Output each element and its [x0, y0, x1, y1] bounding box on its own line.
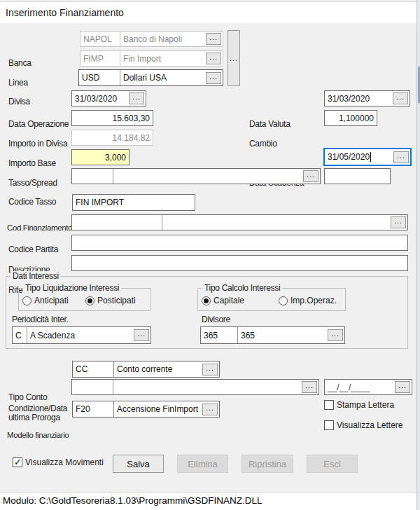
tipo-conto-field[interactable]: CC Conto corrente ...	[72, 361, 220, 378]
periodicita-desc[interactable]: A Scadenza	[27, 331, 134, 340]
field-divider	[113, 380, 113, 394]
visualizza-lettere-checkbox[interactable]: Visualizza Lettere	[324, 420, 403, 430]
checkbox-unchecked-icon	[324, 420, 334, 430]
divisore-label: Divisore	[202, 315, 230, 324]
data-scadenza-value[interactable]: 31/05/2020	[325, 152, 393, 163]
data-scadenza-browse-button[interactable]: ...	[393, 151, 409, 163]
data-operazione-browse-button[interactable]: ...	[129, 92, 144, 104]
radio-imp-operaz-label: Imp.Operaz.	[290, 296, 337, 305]
periodicita-label: Periodicità Inter.	[12, 315, 69, 324]
divisore-field[interactable]: 365 365 ...	[200, 326, 345, 344]
background-window-scrollbar	[416, 0, 420, 510]
divisa-browse-button[interactable]: ...	[206, 72, 221, 84]
salva-button[interactable]: Salva	[113, 455, 164, 473]
importo-in-divisa-field[interactable]: 15.603,30	[71, 110, 153, 126]
periodicita-browse-button[interactable]: ...	[134, 329, 149, 341]
importo-in-divisa-label: Importo in Divisa	[8, 139, 67, 149]
importo-in-divisa-value[interactable]: 15.603,30	[72, 113, 153, 123]
condizione-label-line1: Condizione/Data	[8, 404, 67, 413]
divisa-desc[interactable]: Dollari USA	[120, 73, 206, 83]
modello-finanziario-browse-button[interactable]: ...	[202, 404, 218, 415]
periodicita-field[interactable]: C A Scadenza ...	[12, 326, 151, 344]
banca-desc: Banco di Napoli	[120, 34, 206, 44]
modello-finanziario-code[interactable]: F20	[73, 404, 113, 414]
banca-linea-browse-tall-button[interactable]: ...	[227, 30, 240, 86]
data-valuta-value[interactable]: 31/03/2020	[325, 94, 393, 104]
banca-browse-button[interactable]: ...	[206, 33, 221, 45]
cod-finanziamento-field[interactable]: FIN IMPORT	[72, 194, 195, 211]
importo-base-label: Importo Base	[8, 158, 56, 168]
codice-partita-browse-button[interactable]: ...	[391, 216, 406, 228]
radio-imp-operaz[interactable]: Imp.Operaz.	[279, 296, 337, 305]
tipo-conto-code[interactable]: CC	[73, 364, 113, 374]
modello-finanziario-label: Modello finanziario	[7, 431, 69, 439]
text-cursor	[370, 152, 371, 162]
modello-finanziario-desc[interactable]: Accensione FinImport	[114, 404, 202, 414]
radio-anticipati[interactable]: Anticipati	[22, 296, 69, 305]
visualizza-movimenti-checkbox[interactable]: Visualizza Movimenti	[13, 457, 104, 467]
data-proroga-browse-button[interactable]: ...	[395, 381, 410, 393]
data-proroga-field[interactable]: __/__/____ ...	[324, 379, 412, 395]
linea-browse-button[interactable]: ...	[206, 53, 221, 64]
divisore-desc[interactable]: 365	[238, 331, 328, 340]
elimina-button: Elimina	[177, 455, 228, 473]
radio-selected-icon	[85, 296, 94, 305]
condizione-browse-button[interactable]: ...	[302, 381, 317, 393]
module-path-text: Modulo: C:\GoldTesoreria8.1.03\Programmi…	[3, 495, 262, 506]
esci-button: Esci	[307, 455, 358, 473]
codice-tasso-extra-field[interactable]	[324, 168, 391, 184]
codice-tasso-field[interactable]: ...	[71, 168, 321, 184]
linea-desc: Fin Import	[120, 54, 206, 64]
data-operazione-value[interactable]: 31/03/2020	[72, 94, 129, 104]
tipo-calcolo-group: Tipo Calcolo Interessi Capitale Imp.Oper…	[197, 288, 346, 311]
data-scadenza-field[interactable]: 31/05/2020 ...	[323, 148, 412, 166]
linea-field: FIMP Fin Import ...	[80, 50, 223, 67]
field-divider	[162, 215, 162, 230]
data-operazione-field[interactable]: 31/03/2020 ...	[71, 90, 146, 106]
descrizione-field[interactable]	[71, 235, 408, 251]
data-proroga-mask[interactable]: __/__/____	[325, 382, 395, 392]
radio-capitale[interactable]: Capitale	[202, 296, 244, 305]
banca-label: Banca	[8, 58, 31, 68]
divisa-label: Divisa	[8, 97, 30, 106]
data-valuta-field[interactable]: 31/03/2020 ...	[324, 90, 410, 106]
radio-capitale-label: Capitale	[214, 296, 244, 305]
divisore-code[interactable]: 365	[201, 331, 237, 340]
divisore-browse-button[interactable]: ...	[328, 329, 343, 341]
stampa-lettera-checkbox[interactable]: Stampa Lettera	[324, 400, 394, 410]
tasso-spread-field[interactable]: 3,000	[71, 149, 130, 165]
cod-finanziamento-value[interactable]: FIN IMPORT	[73, 198, 195, 207]
riferimento-field[interactable]	[71, 255, 408, 271]
radio-icon	[279, 296, 288, 305]
codice-tasso-browse-button[interactable]: ...	[303, 170, 318, 182]
codice-partita-field[interactable]: ...	[71, 214, 408, 230]
checkbox-unchecked-icon	[324, 400, 334, 410]
field-divider	[113, 169, 113, 184]
radio-anticipati-label: Anticipati	[34, 296, 69, 305]
cambio-value[interactable]: 1,100000	[325, 113, 377, 123]
modello-finanziario-field[interactable]: F20 Accensione FinImport ...	[72, 401, 220, 418]
dati-interessi-group: Dati Interessi Tipo Liquidazione Interes…	[6, 276, 408, 349]
codice-partita-label: Codice Partita	[8, 244, 58, 254]
condizione-field[interactable]: ...	[71, 379, 319, 395]
data-operazione-label: Data Operazione	[8, 119, 69, 129]
dati-interessi-title: Dati Interessi	[10, 271, 61, 281]
radio-icon	[22, 296, 31, 305]
data-valuta-browse-button[interactable]: ...	[393, 92, 408, 104]
form-body: Banca NAPOL Banco di Napoli ... Linea FI…	[0, 23, 420, 492]
banca-field: NAPOL Banco di Napoli ...	[80, 31, 223, 47]
cambio-field[interactable]: 1,100000	[324, 110, 377, 126]
tipo-conto-desc[interactable]: Conto corrente	[114, 364, 202, 374]
periodicita-code[interactable]: C	[13, 331, 27, 340]
tipo-liquidazione-group: Tipo Liquidazione Interessi Anticipati P…	[18, 288, 151, 311]
divisa-field[interactable]: USD Dollari USA ...	[78, 69, 223, 86]
ripristina-button: Ripristina	[241, 455, 293, 473]
tipo-conto-browse-button[interactable]: ...	[202, 364, 218, 375]
radio-posticipati[interactable]: Posticipati	[85, 296, 136, 305]
page-title: Inserimento Finanziamento	[6, 7, 124, 18]
importo-base-value: 14.184,82	[72, 133, 153, 143]
divisa-code[interactable]: USD	[79, 73, 120, 83]
cod-finanziamento-label: Cod.Finanziamento	[7, 223, 72, 232]
visualizza-lettere-label: Visualizza Lettere	[337, 420, 403, 430]
tasso-spread-value[interactable]: 3,000	[72, 153, 129, 163]
